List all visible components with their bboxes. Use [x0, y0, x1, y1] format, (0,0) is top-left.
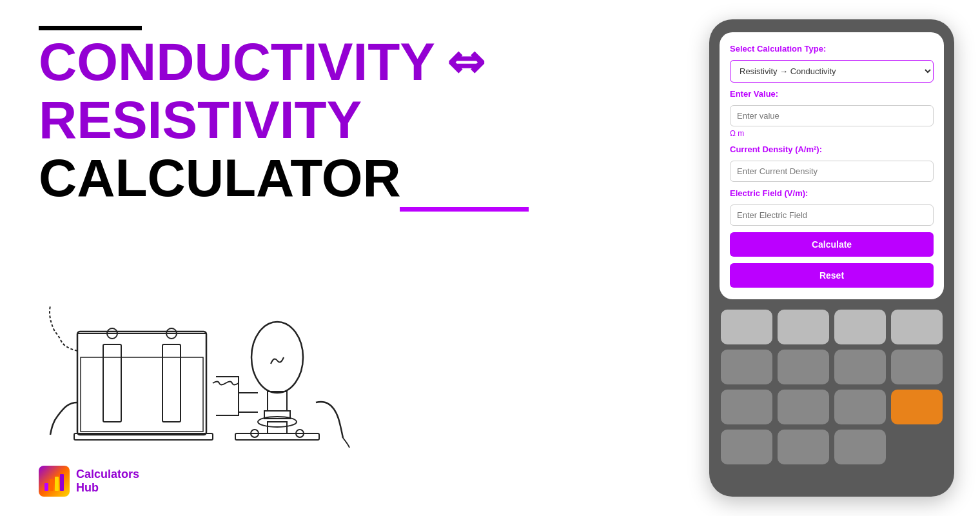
svg-rect-18 [55, 477, 59, 491]
enter-value-label: Enter Value: [730, 89, 934, 99]
key-7[interactable] [834, 350, 886, 384]
electric-field-label: Electric Field (V/m): [730, 188, 934, 198]
key-12[interactable] [721, 430, 772, 464]
key-8[interactable] [891, 350, 943, 384]
key-orange-1[interactable] [891, 390, 943, 424]
svg-rect-12 [235, 433, 319, 440]
title-line1: CONDUCTIVITY ⇔ [39, 35, 658, 88]
key-10[interactable] [778, 390, 829, 424]
logo-name-top: Calculators [76, 468, 139, 481]
experiment-illustration [39, 273, 374, 454]
svg-rect-19 [60, 474, 64, 491]
svg-point-7 [251, 322, 303, 393]
title-bar-decoration [39, 26, 142, 30]
current-density-input[interactable] [730, 161, 934, 182]
current-density-label: Current Density (A/m²): [730, 144, 934, 154]
right-section: Select Calculation Type: Resistivity → C… [696, 0, 980, 516]
logo-icon [39, 466, 70, 497]
logo-area: Calculators Hub [39, 466, 139, 497]
conductivity-text: CONDUCTIVITY [39, 35, 435, 88]
svg-rect-8 [268, 392, 287, 411]
key-6[interactable] [778, 350, 829, 384]
logo-text: Calculators Hub [76, 468, 139, 495]
calculator-device: Select Calculation Type: Resistivity → C… [709, 19, 954, 497]
reset-button[interactable]: Reset [730, 263, 934, 288]
key-4[interactable] [891, 310, 943, 344]
key-14[interactable] [834, 430, 886, 464]
calculate-button[interactable]: Calculate [730, 232, 934, 257]
left-section: CONDUCTIVITY ⇔ RESISTIVITY CALCULATOR [0, 0, 696, 516]
key-1[interactable] [721, 310, 772, 344]
arrow-icon: ⇔ [447, 39, 485, 84]
svg-rect-0 [77, 332, 206, 435]
key-5[interactable] [721, 350, 772, 384]
title-line2: RESISTIVITY [39, 94, 658, 146]
key-3[interactable] [834, 310, 886, 344]
svg-rect-3 [162, 344, 181, 422]
logo-name-bottom: Hub [76, 481, 139, 495]
calc-keypad [720, 307, 944, 467]
unit-label: Ω m [730, 129, 934, 138]
electric-field-input[interactable] [730, 204, 934, 226]
key-2[interactable] [778, 310, 829, 344]
key-13[interactable] [778, 430, 829, 464]
enter-value-input[interactable] [730, 105, 934, 126]
illustration [39, 237, 658, 490]
svg-rect-1 [81, 357, 203, 432]
calculator-text: CALCULATOR [39, 152, 401, 204]
calc-type-label: Select Calculation Type: [730, 44, 934, 54]
svg-rect-2 [103, 344, 121, 422]
key-11[interactable] [834, 390, 886, 424]
underline-decoration [400, 207, 529, 212]
title-line3: CALCULATOR [39, 152, 658, 204]
calculator-screen: Select Calculation Type: Resistivity → C… [720, 32, 944, 299]
svg-rect-17 [50, 479, 54, 491]
svg-rect-16 [44, 483, 48, 491]
key-9[interactable] [721, 390, 772, 424]
calc-type-select[interactable]: Resistivity → Conductivity [730, 60, 934, 83]
